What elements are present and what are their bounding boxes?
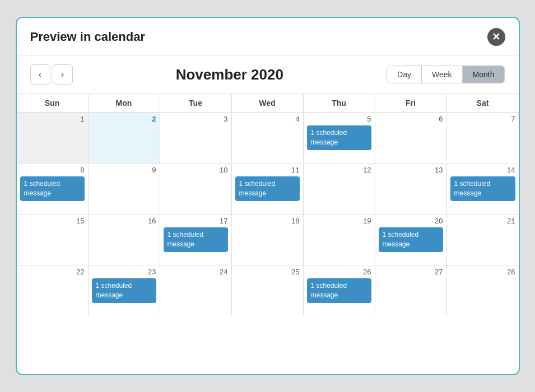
- cal-cell-12: 12: [304, 164, 375, 214]
- header-sun: Sun: [17, 94, 89, 112]
- calendar-nav: ‹ › November 2020 Day Week Month: [17, 55, 519, 94]
- header-mon: Mon: [89, 94, 160, 112]
- event-badge[interactable]: 1 scheduled message: [235, 176, 300, 201]
- cal-cell-17: 17 1 scheduled message: [160, 214, 232, 265]
- calendar-body: 1 2 3 4 5 1 scheduled message 6: [17, 113, 519, 316]
- event-badge[interactable]: 1 scheduled message: [92, 278, 156, 303]
- day-number: 6: [379, 115, 443, 123]
- day-number: 4: [235, 115, 300, 123]
- cal-cell-26: 26 1 scheduled message: [304, 265, 375, 316]
- cal-cell-7: 7: [447, 113, 519, 163]
- cal-cell-6: 6: [375, 113, 447, 163]
- close-button[interactable]: ✕: [487, 28, 505, 46]
- day-number: 5: [307, 115, 371, 123]
- day-number: 14: [450, 166, 515, 174]
- view-week-button[interactable]: Week: [422, 66, 463, 83]
- nav-prev-next: ‹ ›: [30, 64, 73, 85]
- day-number: 1: [20, 115, 85, 123]
- day-number: 28: [450, 268, 515, 276]
- day-number: 2: [92, 115, 156, 123]
- cal-cell-18: 18: [232, 214, 304, 265]
- cal-cell-22: 22: [17, 265, 89, 316]
- day-number: 13: [379, 166, 443, 174]
- day-number: 7: [450, 115, 515, 123]
- month-year-title: November 2020: [176, 66, 283, 83]
- day-number: 12: [307, 166, 371, 174]
- view-day-button[interactable]: Day: [387, 66, 422, 83]
- event-badge[interactable]: 1 scheduled message: [307, 125, 371, 150]
- calendar-grid: Sun Mon Tue Wed Thu Fri Sat 1 2 3 4: [17, 94, 519, 316]
- cal-cell-27: 27: [375, 265, 447, 316]
- day-number: 16: [92, 217, 156, 225]
- event-badge[interactable]: 1 scheduled message: [379, 227, 443, 252]
- cal-cell-4: 4: [232, 113, 304, 163]
- cal-cell-5: 5 1 scheduled message: [304, 113, 375, 163]
- cal-cell-25: 25: [232, 265, 304, 316]
- day-number: 21: [450, 217, 515, 225]
- calendar-week: 22 23 1 scheduled message 24 25 26 1 sch…: [17, 265, 519, 316]
- day-number: 26: [307, 268, 371, 276]
- day-number: 19: [307, 217, 371, 225]
- header-sat: Sat: [447, 94, 519, 112]
- prev-month-button[interactable]: ‹: [30, 64, 50, 85]
- day-number: 9: [92, 166, 156, 174]
- header-thu: Thu: [304, 94, 375, 112]
- day-number: 8: [20, 166, 85, 174]
- day-number: 27: [379, 268, 443, 276]
- cal-cell-9: 9: [89, 164, 160, 214]
- header-fri: Fri: [375, 94, 447, 112]
- day-number: 3: [164, 115, 228, 123]
- header-tue: Tue: [160, 94, 232, 112]
- cal-cell-13: 13: [375, 164, 447, 214]
- modal-title: Preview in calendar: [30, 30, 145, 44]
- day-number: 20: [379, 217, 443, 225]
- view-month-button[interactable]: Month: [463, 66, 505, 83]
- cal-cell-11: 11 1 scheduled message: [232, 164, 304, 214]
- next-month-button[interactable]: ›: [53, 64, 73, 85]
- day-number: 11: [235, 166, 300, 174]
- day-number: 10: [164, 166, 228, 174]
- day-number: 25: [235, 268, 300, 276]
- preview-calendar-modal: Preview in calendar ✕ ‹ › November 2020 …: [16, 17, 520, 375]
- day-number: 15: [20, 217, 85, 225]
- day-number: 22: [20, 268, 85, 276]
- event-badge[interactable]: 1 scheduled message: [307, 278, 371, 303]
- day-number: 23: [92, 268, 156, 276]
- cal-cell-10: 10: [160, 164, 232, 214]
- cal-cell-23: 23 1 scheduled message: [89, 265, 160, 316]
- cal-cell-3: 3: [160, 113, 232, 163]
- calendar-week: 15 16 17 1 scheduled message 18 19 20 1: [17, 214, 519, 265]
- header-wed: Wed: [232, 94, 304, 112]
- cal-cell-19: 19: [304, 214, 375, 265]
- day-number: 18: [235, 217, 300, 225]
- calendar-header: Sun Mon Tue Wed Thu Fri Sat: [17, 94, 519, 113]
- calendar-week: 1 2 3 4 5 1 scheduled message 6: [17, 113, 519, 164]
- cal-cell-14: 14 1 scheduled message: [447, 164, 519, 214]
- cal-cell-1: 1: [17, 113, 89, 163]
- cal-cell-15: 15: [17, 214, 89, 265]
- event-badge[interactable]: 1 scheduled message: [20, 176, 85, 201]
- day-number: 17: [164, 217, 228, 225]
- cal-cell-24: 24: [160, 265, 232, 316]
- cal-cell-21: 21: [447, 214, 519, 265]
- cal-cell-16: 16: [89, 214, 160, 265]
- event-badge[interactable]: 1 scheduled message: [450, 176, 515, 201]
- cal-cell-2: 2: [89, 113, 160, 163]
- day-number: 24: [164, 268, 228, 276]
- cal-cell-8: 8 1 scheduled message: [17, 164, 89, 214]
- modal-header: Preview in calendar ✕: [17, 18, 519, 55]
- cal-cell-28: 28: [447, 265, 519, 316]
- view-switcher: Day Week Month: [387, 66, 505, 83]
- event-badge[interactable]: 1 scheduled message: [164, 227, 228, 252]
- cal-cell-20: 20 1 scheduled message: [375, 214, 447, 265]
- calendar-week: 8 1 scheduled message 9 10 11 1 schedule…: [17, 164, 519, 214]
